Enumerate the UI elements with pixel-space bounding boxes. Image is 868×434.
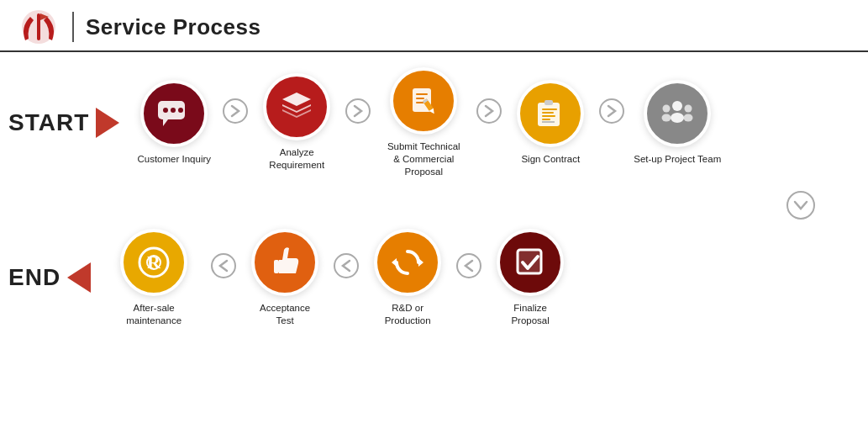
start-text: START xyxy=(8,109,89,136)
svg-rect-4 xyxy=(163,108,168,113)
step-rd: R&D orProduction xyxy=(361,229,454,327)
step-finalize: FinalizeProposal xyxy=(484,229,576,327)
step-sign-contract: Sign Contract xyxy=(504,80,597,166)
proposal-icon xyxy=(404,82,443,120)
chat-icon xyxy=(155,94,193,133)
step-setup-team: Set-up Project Team xyxy=(627,80,728,166)
right-arrow-icon-2 xyxy=(345,98,371,124)
svg-marker-3 xyxy=(163,119,168,126)
svg-rect-1 xyxy=(37,13,40,40)
svg-rect-25 xyxy=(542,119,550,120)
process-row-2: END R After-sale maintenance xyxy=(8,229,860,327)
step-label-customer-inquiry: Customer Inquiry xyxy=(137,153,211,166)
step-circle-acceptance xyxy=(251,229,318,296)
down-arrow-icon xyxy=(786,190,816,224)
registered-icon: R xyxy=(134,243,173,282)
right-arrow-icon-3 xyxy=(476,98,502,124)
arrow-3-4 xyxy=(476,98,502,124)
svg-marker-10 xyxy=(282,109,311,118)
refresh-icon xyxy=(388,243,427,282)
svg-point-34 xyxy=(787,192,814,219)
team-icon xyxy=(658,94,697,133)
step-label-finalize: FinalizeProposal xyxy=(511,302,549,327)
svg-point-43 xyxy=(457,254,481,278)
svg-point-32 xyxy=(685,104,692,112)
right-arrow-icon-4 xyxy=(598,98,625,124)
step-label-acceptance: AcceptanceTest xyxy=(260,302,310,327)
svg-marker-42 xyxy=(392,258,397,267)
step-submit-technical: Submit Technical& CommercialProposal xyxy=(373,67,474,178)
process-row-1: START Customer Inquiry xyxy=(8,67,860,178)
svg-point-11 xyxy=(346,99,370,123)
step-label-rd: R&D orProduction xyxy=(385,302,431,327)
logo-icon xyxy=(17,8,60,45)
end-arrow-icon xyxy=(67,262,91,293)
step-customer-inquiry: Customer Inquiry xyxy=(128,80,220,166)
svg-point-28 xyxy=(672,101,682,111)
step-aftersale: R After-sale maintenance xyxy=(99,229,208,327)
step-label-aftersale: After-sale maintenance xyxy=(110,302,198,327)
main-content: START Customer Inquiry xyxy=(0,52,868,336)
layers-icon xyxy=(277,87,316,126)
header-divider xyxy=(72,12,74,42)
arrow-1-2 xyxy=(222,98,249,124)
right-arrow-icon-1 xyxy=(222,98,249,124)
down-arrow-svg xyxy=(786,190,816,220)
svg-rect-13 xyxy=(416,93,428,95)
step-circle-finalize xyxy=(497,229,564,296)
step-label-analyze: Analyze Requirement xyxy=(253,146,341,172)
svg-rect-6 xyxy=(178,108,183,113)
svg-rect-23 xyxy=(542,112,554,114)
down-arrow-wrap xyxy=(8,190,860,224)
step-label-submit: Submit Technical& CommercialProposal xyxy=(387,140,460,178)
left-arrow-icon-2 xyxy=(333,252,360,279)
header: Service Process xyxy=(0,0,868,52)
step-label-team: Set-up Project Team xyxy=(634,153,721,166)
step-circle-submit xyxy=(390,67,457,135)
svg-point-30 xyxy=(663,104,671,112)
step-circle-sign xyxy=(517,80,584,147)
page-title: Service Process xyxy=(86,14,260,40)
left-arrow-icon-1 xyxy=(210,252,237,279)
checkmark-icon xyxy=(511,243,550,282)
start-arrow-icon xyxy=(96,108,119,138)
svg-point-40 xyxy=(334,254,358,278)
svg-rect-22 xyxy=(542,108,557,110)
step-label-sign: Sign Contract xyxy=(521,153,580,166)
svg-point-27 xyxy=(600,99,623,123)
svg-marker-8 xyxy=(282,93,311,106)
start-label: START xyxy=(8,108,119,138)
arrow-b3 xyxy=(455,252,482,279)
thumbsup-icon xyxy=(266,243,304,282)
svg-point-7 xyxy=(224,99,247,123)
contract-icon xyxy=(531,94,570,133)
svg-rect-21 xyxy=(544,100,553,105)
svg-point-33 xyxy=(684,114,693,121)
step-circle-team xyxy=(644,80,711,147)
left-arrow-icon-3 xyxy=(455,252,482,279)
arrow-4-5 xyxy=(598,98,625,124)
svg-point-38 xyxy=(212,254,235,278)
svg-rect-20 xyxy=(538,103,560,126)
arrow-b1 xyxy=(210,252,237,279)
svg-rect-5 xyxy=(171,108,176,113)
svg-rect-44 xyxy=(518,250,541,273)
step-acceptance: AcceptanceTest xyxy=(239,229,331,327)
end-label: END xyxy=(8,262,91,293)
step-circle-customer-inquiry xyxy=(140,80,208,147)
svg-point-31 xyxy=(662,114,671,121)
end-text: END xyxy=(8,264,60,291)
logo xyxy=(17,8,60,45)
step-circle-aftersale: R xyxy=(120,229,187,296)
svg-marker-41 xyxy=(418,258,423,267)
svg-rect-39 xyxy=(274,260,279,273)
svg-point-29 xyxy=(671,113,684,123)
svg-rect-14 xyxy=(416,98,424,99)
step-circle-rd xyxy=(374,229,441,296)
svg-rect-24 xyxy=(542,115,555,117)
step-analyze-requirement: Analyze Requirement xyxy=(250,73,343,172)
svg-point-19 xyxy=(477,99,501,123)
arrow-b2 xyxy=(333,252,360,279)
step-circle-analyze xyxy=(263,73,330,140)
arrow-2-3 xyxy=(345,98,371,124)
